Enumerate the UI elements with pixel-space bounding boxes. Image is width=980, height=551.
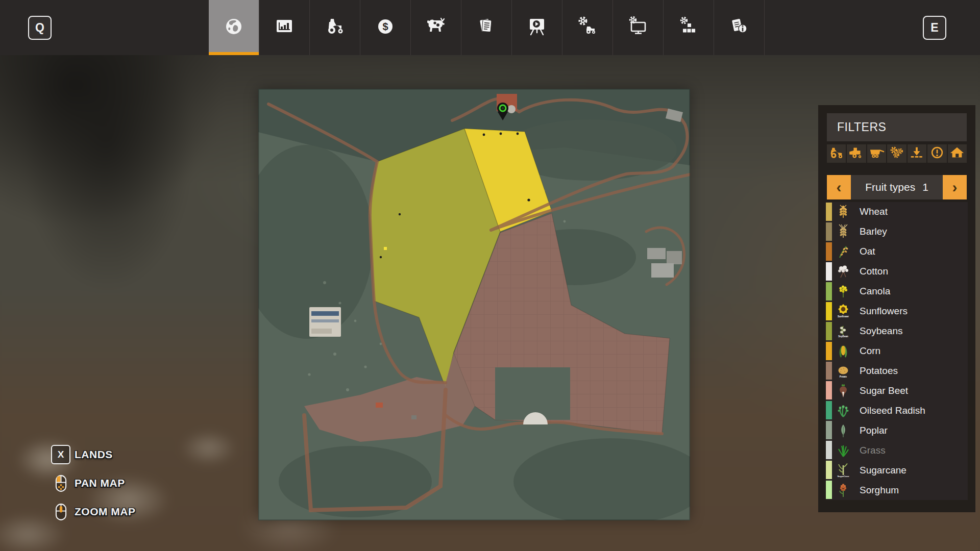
trailer-filter-icon [869,146,885,161]
tab-help[interactable] [714,0,765,55]
crop-color-swatch [826,203,832,221]
svg-text:$: $ [382,21,388,32]
poplar-icon [836,423,850,438]
sorghum-icon [836,483,850,498]
category-count: 1 [922,181,928,193]
field-green-notch [495,367,570,420]
crop-filter-oilseed-radish[interactable]: Oilseed Radish [826,400,968,420]
warning-filter-icon [929,146,945,161]
tractor-filter-icon [829,146,844,161]
filter-icon-row [827,144,967,163]
crop-filter-sorghum[interactable]: Sorghum [826,480,968,500]
crop-filter-sunflowers[interactable]: SunflowerSunflowers [826,302,968,321]
blocks-gear-icon [677,15,700,40]
documents-stack-icon [475,15,498,40]
svg-text:Potato: Potato [840,375,847,378]
game-screen: Q $ E FILTERS [0,0,980,551]
tab-contracts[interactable] [461,0,512,55]
svg-text:SugarCane: SugarCane [837,475,849,478]
svg-text:SoyBean: SoyBean [838,335,848,338]
trailer-filter-toggle[interactable] [867,144,886,163]
tractor-filter-toggle[interactable] [827,144,846,163]
warning-filter-toggle[interactable] [927,144,946,163]
barley-icon [836,224,850,239]
crop-filter-oat[interactable]: Oat [826,242,968,262]
home-filter-icon [949,146,965,161]
crop-label: Soybeans [860,325,903,337]
crop-filter-soybeans[interactable]: SoyBeanSoybeans [826,321,968,341]
crop-filter-barley[interactable]: Barley [826,222,968,242]
crop-color-swatch [826,481,832,499]
crop-color-swatch [826,262,832,281]
lands-label: LANDS [75,448,113,461]
crop-color-swatch [826,441,832,459]
crop-filter-wheat[interactable]: Wheat [826,202,968,222]
canola-icon [836,284,850,299]
tab-garage[interactable] [562,0,613,55]
crop-color-swatch [826,381,832,399]
chevron-right-icon: › [952,180,958,195]
pan-map-label: PAN MAP [75,477,125,489]
harvester-filter-icon [849,146,864,161]
category-next-button[interactable]: › [943,175,967,199]
crop-filter-corn[interactable]: Corn [826,341,968,361]
home-filter-toggle[interactable] [948,144,967,163]
wheat-icon [836,204,850,219]
crop-filter-poplar[interactable]: Poplar [826,420,968,440]
tractor-icon [324,15,346,40]
corn-icon [836,343,850,359]
crop-color-swatch [826,302,832,320]
zoom-map-label: ZOOM MAP [75,506,136,518]
crop-filter-potatoes[interactable]: PotatoPotatoes [826,361,968,381]
crop-color-swatch [826,362,832,380]
crop-label: Potatoes [860,365,898,377]
tab-statistics[interactable] [259,0,310,55]
tab-production[interactable] [512,0,562,55]
crop-color-swatch [826,242,832,261]
download-filter-toggle[interactable] [908,144,926,163]
crop-color-swatch [826,401,832,419]
tab-system[interactable] [613,0,664,55]
category-prev-button[interactable]: ‹ [827,175,851,199]
crop-filter-canola[interactable]: Canola [826,282,968,302]
tab-animals[interactable] [411,0,461,55]
map-view[interactable] [258,89,690,520]
gears-filter-icon [889,146,904,161]
crop-filter-sugarcane[interactable]: SugarCaneSugarcane [826,460,968,480]
tab-vehicles[interactable] [310,0,360,55]
crop-color-swatch [826,421,832,439]
tab-map[interactable] [209,0,259,55]
crop-filter-sugar-beet[interactable]: Sugar Beet [826,381,968,400]
tractor-gear-icon [576,15,599,40]
menu-tabs: $ [209,0,765,55]
crop-label: Canola [860,286,890,297]
zoom-map-hint-row: ZOOM MAP [51,501,136,522]
sunflower-icon: Sunflower [836,304,850,319]
sugarcane-icon: SugarCane [836,463,850,478]
harvester-filter-toggle[interactable] [847,144,866,163]
crop-color-swatch [826,222,832,241]
crop-label: Wheat [860,206,888,217]
gears-filter-toggle[interactable] [887,144,906,163]
crop-label: Corn [860,345,880,357]
crop-filter-cotton[interactable]: Cotton [826,262,968,282]
crop-label: Sunflowers [860,306,908,317]
x-key-hint: X [51,445,70,464]
crop-label: Sugarcane [860,465,906,476]
tab-finances[interactable]: $ [360,0,411,55]
potato-icon: Potato [836,363,850,379]
next-page-key-hint: E [923,16,946,40]
yellow-map-dot [384,247,387,250]
filters-panel-title: FILTERS [827,113,967,141]
filters-panel: FILTERS ‹ Fruit types 1 › [818,105,975,512]
mouse-wheel-icon [51,503,70,521]
cotton-icon [836,264,850,279]
prev-page-key-hint: Q [28,16,52,40]
crop-filter-grass[interactable]: Grass [826,440,968,460]
crop-label: Cotton [860,266,888,277]
chevron-left-icon: ‹ [837,180,842,195]
crop-color-swatch [826,461,832,479]
tab-construction[interactable] [664,0,714,55]
mouse-left-drag-icon [51,474,70,492]
crop-color-swatch [826,322,832,340]
